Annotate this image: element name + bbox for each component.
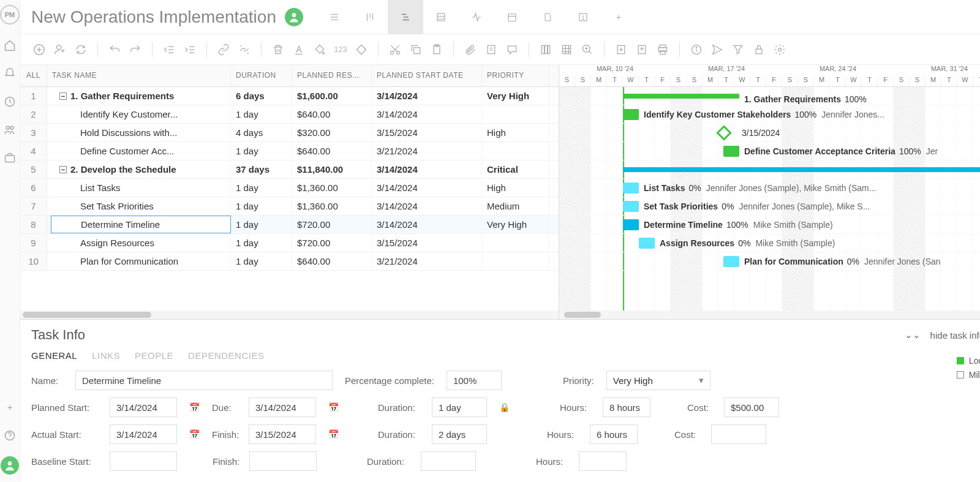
filter-icon[interactable]	[730, 42, 746, 58]
view-file-icon[interactable]	[530, 0, 565, 34]
duration-input[interactable]	[432, 397, 487, 417]
gantt-scrollbar[interactable]	[559, 311, 980, 319]
undo-icon[interactable]	[107, 42, 123, 58]
table-row[interactable]: 4Define Customer Acc...1 day$640.003/21/…	[20, 142, 559, 160]
delete-icon[interactable]	[270, 42, 286, 58]
view-add-icon[interactable]: +	[601, 0, 636, 34]
plus-icon[interactable]: +	[2, 400, 17, 415]
bstart-input[interactable]	[110, 451, 177, 471]
fill-color-icon[interactable]	[312, 42, 328, 58]
hide-task-info-button[interactable]: hide task info	[930, 330, 980, 341]
col-date[interactable]: PLANNED START DATE	[372, 65, 482, 86]
number-icon[interactable]: 123	[333, 42, 349, 58]
import-icon[interactable]	[613, 42, 629, 58]
export-icon[interactable]	[634, 42, 650, 58]
pct-input[interactable]	[447, 371, 502, 390]
tab-dependencies[interactable]: DEPENDENCIES	[188, 350, 264, 361]
copy-icon[interactable]	[408, 42, 424, 58]
duration2-input[interactable]	[432, 424, 487, 444]
page-title: New Operations Implementation	[31, 7, 276, 27]
chevron-down-icon[interactable]: ⌄⌄	[905, 329, 921, 341]
cost-input[interactable]	[724, 397, 779, 417]
col-duration[interactable]: DURATION	[231, 65, 292, 86]
link-icon[interactable]	[216, 42, 232, 58]
comment-icon[interactable]	[504, 42, 520, 58]
help-icon[interactable]	[2, 428, 17, 443]
hours-input[interactable]	[603, 397, 650, 417]
note-icon[interactable]	[483, 42, 499, 58]
refresh-icon[interactable]	[73, 42, 89, 58]
calendar-icon[interactable]: 📅	[189, 429, 200, 439]
briefcase-icon[interactable]	[2, 151, 17, 165]
bell-icon[interactable]	[2, 66, 17, 81]
label-priority: Priority:	[563, 375, 594, 386]
people-icon[interactable]	[2, 122, 17, 137]
assign-icon[interactable]	[52, 42, 68, 58]
outdent-icon[interactable]	[161, 42, 177, 58]
unlink-icon[interactable]	[236, 42, 252, 58]
table-row[interactable]: 10Plan for Communication1 day$640.003/21…	[20, 252, 559, 271]
tab-links[interactable]: LINKS	[92, 350, 120, 361]
finish-input[interactable]	[249, 424, 316, 444]
bdur-input[interactable]	[421, 451, 476, 471]
due-input[interactable]	[249, 397, 316, 417]
send-icon[interactable]	[709, 42, 725, 58]
home-icon[interactable]	[2, 38, 17, 53]
lock-icon[interactable]	[751, 42, 767, 58]
tab-people[interactable]: PEOPLE	[135, 350, 173, 361]
view-board-icon[interactable]	[352, 0, 388, 34]
user-avatar[interactable]	[1, 456, 19, 475]
grid-icon[interactable]	[559, 42, 575, 58]
cut-icon[interactable]	[387, 42, 403, 58]
clock-icon[interactable]	[2, 94, 17, 109]
table-row[interactable]: 1−1. Gather Requirements6 days$1,600.003…	[20, 87, 559, 105]
view-list-icon[interactable]	[317, 0, 352, 34]
calendar-icon[interactable]: 📅	[328, 429, 339, 439]
hours2-input[interactable]	[590, 424, 638, 444]
tab-general[interactable]: GENERAL	[31, 350, 77, 361]
name-input[interactable]	[75, 371, 333, 390]
print-icon[interactable]	[655, 42, 671, 58]
view-activity-icon[interactable]	[459, 0, 494, 34]
pstart-input[interactable]	[110, 397, 177, 417]
indent-icon[interactable]	[182, 42, 198, 58]
astart-input[interactable]	[110, 424, 177, 444]
table-row[interactable]: 7Set Task Priorities1 day$1,360.003/14/2…	[20, 197, 559, 216]
bfinish-input[interactable]	[249, 451, 317, 471]
table-row[interactable]: 9Assign Resources1 day$720.003/15/2024	[20, 234, 559, 252]
priority-select[interactable]: Very High	[606, 371, 710, 390]
label-duration2: Duration:	[378, 429, 420, 440]
view-calendar-icon[interactable]	[494, 0, 530, 34]
info-icon[interactable]	[688, 42, 704, 58]
view-gantt-icon[interactable]	[388, 0, 423, 34]
calendar-lock-icon[interactable]: 📅	[189, 402, 200, 412]
col-name[interactable]: TASK NAME	[47, 65, 231, 86]
text-color-icon[interactable]	[291, 42, 307, 58]
bhours-input[interactable]	[579, 451, 627, 471]
app-logo[interactable]: PM	[0, 5, 20, 24]
view-sheet-icon[interactable]	[423, 0, 459, 34]
zoom-icon[interactable]	[579, 42, 595, 58]
col-priority[interactable]: PRIORITY	[482, 65, 549, 86]
col-all[interactable]: ALL	[20, 65, 47, 86]
columns-icon[interactable]	[538, 42, 554, 58]
milestone-icon[interactable]	[353, 42, 369, 58]
settings-icon[interactable]	[772, 42, 788, 58]
table-row[interactable]: 8Determine Timeline1 day$720.003/14/2024…	[20, 216, 559, 234]
paste-icon[interactable]	[429, 42, 445, 58]
svg-line-51	[589, 51, 592, 53]
col-resources[interactable]: PLANNED RES...	[292, 65, 372, 86]
attachment-icon[interactable]	[462, 42, 478, 58]
add-task-icon[interactable]	[31, 42, 47, 58]
gantt-chart: MAR, 10 '24MAR, 17 '24MAR, 24 '24MAR, 31…	[559, 65, 980, 319]
table-row[interactable]: 2Identify Key Customer...1 day$640.003/1…	[20, 105, 559, 124]
redo-icon[interactable]	[127, 42, 143, 58]
table-row[interactable]: 5−2. Develop the Schedule37 days$11,840.…	[20, 160, 559, 179]
table-row[interactable]: 6List Tasks1 day$1,360.003/14/2024High	[20, 179, 559, 197]
table-row[interactable]: 3Hold Discussions with...4 days$320.003/…	[20, 124, 559, 142]
grid-scrollbar[interactable]	[20, 311, 559, 319]
project-avatar[interactable]	[285, 8, 303, 26]
cost2-input[interactable]	[711, 424, 766, 444]
calendar-lock-icon[interactable]: 📅	[328, 402, 339, 412]
view-risk-icon[interactable]	[565, 0, 601, 34]
